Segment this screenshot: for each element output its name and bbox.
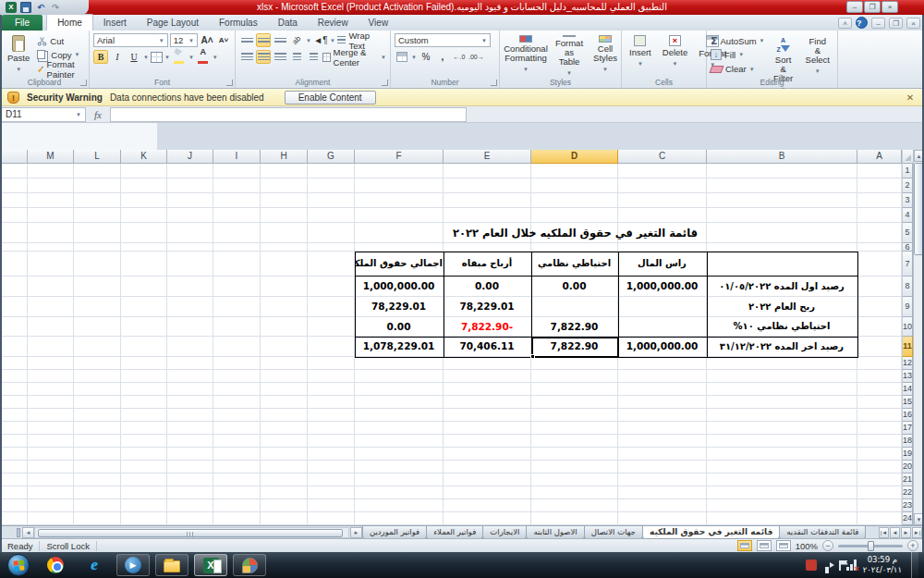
ribbon-tab-review[interactable]: Review [308, 15, 359, 31]
cell-M6[interactable] [28, 243, 74, 252]
cell-B15[interactable] [707, 396, 857, 409]
comma-style-button[interactable]: , [435, 50, 450, 64]
cell-D7[interactable]: احتياطي نظامي [531, 252, 618, 277]
cell-D3[interactable] [531, 193, 618, 208]
cell-E4[interactable] [444, 208, 531, 223]
cell-G4[interactable] [308, 208, 355, 223]
clipboard-dialog-launcher[interactable] [80, 80, 87, 86]
font-name-select[interactable]: Arial▼ [93, 33, 168, 47]
taskbar-internet-explorer[interactable]: e [78, 554, 111, 576]
cell-M18[interactable] [28, 435, 74, 448]
prev-sheet-icon[interactable]: ◄ [890, 527, 900, 538]
cell-H24[interactable] [261, 512, 308, 525]
cell-B3[interactable] [707, 193, 857, 208]
accounting-format-button[interactable] [395, 50, 409, 64]
cell-A15[interactable] [857, 396, 902, 409]
cell-I17[interactable] [213, 422, 261, 435]
cell-I9[interactable] [213, 297, 261, 317]
cell-H2[interactable] [261, 178, 308, 193]
cell-K17[interactable] [121, 422, 167, 435]
cell-M12[interactable] [28, 357, 74, 370]
cell-E16[interactable] [444, 409, 531, 422]
cell-J5[interactable] [167, 223, 213, 243]
cell-spacer-11[interactable] [0, 337, 28, 357]
cell-M14[interactable] [28, 383, 74, 396]
cell-A19[interactable] [857, 448, 902, 461]
tab-splitter[interactable] [17, 528, 20, 537]
row-header-22[interactable]: 22 [902, 486, 913, 499]
cell-G19[interactable] [308, 448, 355, 461]
cell-C19[interactable] [618, 448, 707, 461]
borders-icon[interactable] [151, 52, 163, 63]
cell-C20[interactable] [618, 461, 707, 473]
show-desktop-button[interactable] [911, 552, 918, 578]
column-header-spacer[interactable] [0, 150, 28, 164]
zoom-slider[interactable] [838, 545, 903, 547]
decrease-decimal-button[interactable]: .00→ [468, 50, 484, 64]
cell-G18[interactable] [308, 435, 355, 448]
cell-spacer-20[interactable] [0, 461, 28, 473]
cell-G7[interactable] [308, 252, 355, 277]
cell-G2[interactable] [308, 178, 355, 193]
cell-G3[interactable] [308, 193, 355, 208]
increase-decimal-button[interactable]: ←.0 [452, 50, 467, 64]
fill-handle[interactable] [530, 354, 535, 359]
cell-K1[interactable] [121, 164, 167, 178]
cell-H16[interactable] [261, 409, 308, 422]
cell-M7[interactable] [28, 252, 74, 277]
cell-A24[interactable] [857, 512, 902, 525]
cell-K21[interactable] [121, 473, 167, 486]
increase-indent-button[interactable] [306, 50, 321, 64]
taskbar-media-player[interactable]: ▶ [116, 554, 150, 576]
cell-D17[interactable] [531, 422, 618, 435]
cell-L21[interactable] [74, 473, 121, 486]
cell-A2[interactable] [857, 178, 902, 193]
cell-F11[interactable]: 1,078,229.01 [355, 337, 444, 357]
cell-M20[interactable] [28, 461, 74, 473]
cell-spacer-23[interactable] [0, 499, 28, 512]
row-header-5[interactable]: 5 [902, 223, 913, 243]
cell-B14[interactable] [707, 383, 857, 396]
next-sheet-icon[interactable]: ► [901, 527, 911, 538]
cell-spacer-3[interactable] [0, 193, 28, 208]
cell-C16[interactable] [618, 409, 707, 422]
text-direction-button[interactable]: ◄¶ [313, 33, 328, 47]
cell-M17[interactable] [28, 422, 74, 435]
cell-L18[interactable] [74, 435, 121, 448]
cell-spacer-4[interactable] [0, 208, 28, 223]
cell-M4[interactable] [28, 208, 74, 223]
cell-J19[interactable] [167, 448, 213, 461]
align-right-button[interactable] [273, 50, 287, 64]
cell-I23[interactable] [213, 499, 261, 512]
column-header-F[interactable]: F [355, 150, 444, 164]
cell-I4[interactable] [213, 208, 261, 223]
cell-M8[interactable] [28, 277, 74, 297]
cell-C13[interactable] [618, 370, 707, 383]
message-bar-close-icon[interactable]: ✕ [904, 92, 917, 103]
zoom-slider-thumb[interactable] [868, 541, 874, 551]
cell-M15[interactable] [28, 396, 74, 409]
cell-K8[interactable] [121, 277, 167, 297]
cell-I19[interactable] [213, 448, 261, 461]
cell-spacer-18[interactable] [0, 435, 28, 448]
cell-E11[interactable]: 70,406.11 [444, 337, 531, 357]
cell-G10[interactable] [308, 317, 355, 337]
cell-spacer-13[interactable] [0, 370, 28, 383]
cell-A4[interactable] [857, 208, 902, 223]
cell-G22[interactable] [308, 486, 355, 499]
column-header-D[interactable]: D [531, 150, 618, 164]
cell-L23[interactable] [74, 499, 121, 512]
cell-M1[interactable] [28, 164, 74, 178]
cell-F5[interactable] [355, 223, 444, 243]
cell-I13[interactable] [213, 370, 261, 383]
cell-B24[interactable] [707, 512, 857, 525]
cell-L15[interactable] [74, 396, 121, 409]
cell-C24[interactable] [618, 512, 707, 525]
first-sheet-icon[interactable]: |◄ [879, 527, 889, 538]
cell-E22[interactable] [444, 486, 531, 499]
zoom-in-icon[interactable]: + [907, 540, 918, 551]
column-header-L[interactable]: L [74, 150, 121, 164]
cell-C11[interactable]: 1,000,000.00 [618, 337, 707, 357]
cell-C3[interactable] [618, 193, 707, 208]
cell-J20[interactable] [167, 461, 213, 473]
